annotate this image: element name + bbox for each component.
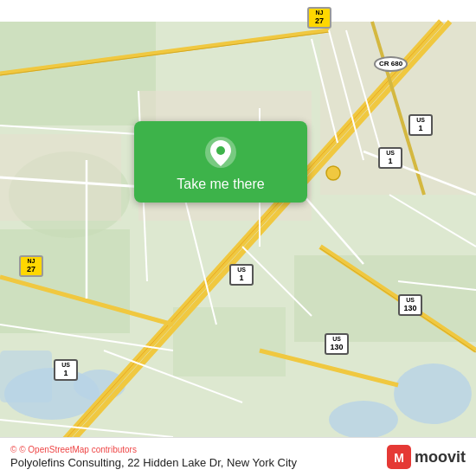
bottom-info: © © OpenStreetMap contributors Polyolefi… — [10, 445, 297, 469]
shield-us1-lower: US 1 — [229, 264, 254, 286]
location-pin-icon — [203, 135, 238, 170]
address-text: Polyolefins Consulting, 22 Hidden Lake D… — [10, 456, 297, 469]
shield-us130-lower: US 130 — [325, 333, 349, 355]
shield-us1-right: US 1 — [408, 114, 433, 136]
moovit-logo: M moovit — [387, 445, 466, 469]
shield-cr680: CR 680 — [374, 56, 408, 72]
moovit-icon: M — [387, 445, 411, 469]
svg-point-43 — [216, 146, 225, 155]
svg-point-2 — [394, 363, 472, 424]
shield-nj27-top: NJ 27 — [307, 7, 331, 29]
shield-us1-bottom: US 1 — [54, 359, 78, 381]
shield-nj27-left: NJ 27 — [19, 255, 43, 277]
svg-point-4 — [329, 401, 398, 439]
take-me-there-button[interactable]: Take me there — [134, 121, 307, 203]
map-container: NJ 27 CR 680 US 1 US 1 US 1 US 130 — [0, 0, 476, 476]
svg-rect-5 — [0, 351, 52, 402]
shield-us130-right: US 130 — [398, 294, 422, 316]
take-me-there-label: Take me there — [177, 177, 264, 192]
svg-rect-6 — [0, 22, 156, 125]
map-attribution: © © OpenStreetMap contributors — [10, 445, 297, 454]
svg-rect-10 — [173, 307, 286, 376]
svg-point-41 — [326, 166, 340, 180]
shield-us1-mid: US 1 — [378, 147, 402, 169]
moovit-logo-text: moovit — [415, 448, 466, 466]
svg-text:M: M — [394, 451, 404, 465]
svg-rect-8 — [294, 255, 476, 342]
bottom-bar: © © OpenStreetMap contributors Polyolefi… — [0, 437, 476, 476]
